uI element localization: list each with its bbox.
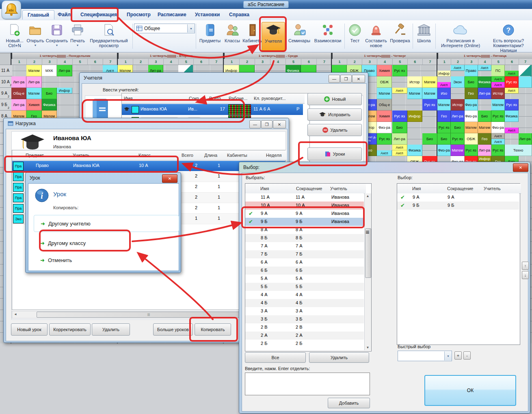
scroll-thumb[interactable]: ≡: [365, 228, 371, 278]
add-button[interactable]: Добавить: [328, 398, 370, 408]
timetable-cell[interactable]: Рус яз: [505, 99, 518, 111]
new-lesson-button[interactable]: Новый урок: [11, 323, 48, 336]
close-button[interactable]: ✕: [162, 174, 177, 183]
class-entry-input[interactable]: [245, 373, 370, 395]
column-header[interactable]: Длина: [202, 150, 227, 160]
copy-lesson-button[interactable]: Копировать: [195, 323, 231, 336]
teachers-dialog-titlebar[interactable]: Учителя: [80, 73, 368, 83]
subjects-button[interactable]: Предметы: [198, 22, 222, 43]
column-header[interactable]: Всего: [179, 150, 204, 160]
timetable-cell[interactable]: Матем: [437, 99, 451, 111]
move-down-button[interactable]: ↓: [522, 271, 529, 279]
timetable-cell[interactable]: Инфор: [57, 88, 72, 93]
class-row[interactable]: 5 Б5 Б: [245, 283, 364, 291]
class-row[interactable]: 10 А10 АИванова: [245, 202, 364, 210]
tab-ustanovki[interactable]: Установки: [190, 10, 225, 19]
timetable-cell[interactable]: Матем: [465, 122, 478, 133]
test-button[interactable]: Тест: [347, 22, 363, 43]
column-header[interactable]: Всего: [207, 93, 228, 104]
timetable-cell[interactable]: Истор: [407, 76, 422, 88]
timetable-cell[interactable]: МХК: [42, 65, 57, 76]
tab-file[interactable]: Файл: [53, 10, 76, 19]
class-row[interactable]: 4 А4 А: [245, 291, 364, 299]
lesson-dialog-titlebar[interactable]: Урок: [26, 173, 181, 183]
timetable-cell[interactable]: Общ-е: [11, 88, 26, 99]
maximize-button[interactable]: ❐: [340, 75, 352, 83]
timetable-cell[interactable]: Лит-ра: [57, 65, 72, 76]
close-button[interactable]: ✕: [273, 120, 286, 128]
timetable-cell[interactable]: Физика: [478, 76, 491, 88]
timetable-cell[interactable]: Изо: [437, 88, 451, 99]
relations-button[interactable]: Взаимосвязи: [313, 22, 343, 43]
class-row[interactable]: ✔9 А9 АИванова: [245, 210, 364, 218]
column-header[interactable]: Сокр...: [187, 93, 209, 104]
minimize-button[interactable]: —: [249, 120, 261, 128]
print-button[interactable]: Печать ▼: [68, 22, 87, 48]
timetable-cell[interactable]: Истор: [451, 99, 464, 111]
close-button[interactable]: ✕: [513, 163, 528, 172]
class-row[interactable]: ✔9 Б9 Б: [397, 202, 519, 210]
timetable-cell[interactable]: Англ: [377, 150, 392, 156]
timetable-cell[interactable]: ОБЖ: [465, 133, 478, 145]
timetable-cell[interactable]: Матем: [377, 88, 392, 99]
timetable-cell[interactable]: Физика: [505, 111, 518, 122]
timetable-cell[interactable]: Англ: [491, 76, 505, 82]
row-label[interactable]: 10 А2: [0, 76, 12, 88]
timetable-cell[interactable]: Англ: [491, 133, 505, 139]
timetable-cell[interactable]: Лит-ра: [11, 76, 26, 88]
timetable-cell[interactable]: Физика: [407, 145, 422, 156]
class-row[interactable]: 3 Б3 Б: [245, 315, 364, 323]
timetable-cell[interactable]: Био: [478, 111, 491, 122]
class-row[interactable]: 6 А6 А: [245, 258, 364, 267]
class-row[interactable]: ✔9 А9 А: [397, 193, 519, 202]
timetable-cell[interactable]: Экон: [451, 76, 464, 88]
column-header[interactable]: Учитель: [71, 150, 138, 160]
timetable-cell[interactable]: Англ: [505, 71, 518, 76]
column-header[interactable]: [397, 184, 412, 194]
verify-button[interactable]: Проверка: [388, 22, 412, 43]
column-header[interactable]: Рабоче...: [227, 93, 253, 104]
tab-spravka[interactable]: Справка: [224, 10, 254, 19]
class-row[interactable]: ✔9 Б9 БИванова: [245, 218, 364, 226]
timetable-cell[interactable]: Рус яз: [377, 133, 392, 145]
column-header[interactable]: Сокращение: [294, 184, 330, 194]
timetable-cell[interactable]: Англ: [392, 145, 407, 150]
tab-raspisanie[interactable]: Расписание: [153, 10, 191, 19]
timetable-cell[interactable]: Рус яз: [437, 122, 451, 133]
timetable-cell[interactable]: Матем: [26, 65, 41, 76]
class-row[interactable]: 11 А11 АИванова: [245, 193, 364, 202]
timetable-cell[interactable]: Матем: [407, 88, 422, 99]
timetable-cell[interactable]: Матем: [422, 88, 437, 99]
generate-new-button[interactable]: Составить новое: [363, 22, 389, 48]
timetable-cell[interactable]: Рус яз: [451, 133, 464, 145]
timetable-cell[interactable]: Гео: [478, 133, 491, 145]
timetable-cell[interactable]: Рус яз: [491, 145, 505, 156]
timetable-cell[interactable]: Матем: [451, 145, 464, 156]
class-row[interactable]: 3 А3 А: [245, 307, 364, 315]
timetable-cell[interactable]: Инфор: [407, 111, 422, 122]
teacher-edit-button[interactable]: Исправить: [307, 108, 362, 121]
timetable-cell[interactable]: Физ-ра: [377, 122, 392, 133]
timetable-cell[interactable]: Англ: [505, 128, 518, 133]
teacher-delete-button[interactable]: Удалить: [307, 124, 362, 136]
column-header[interactable]: Имя: [122, 93, 188, 104]
column-header[interactable]: [295, 93, 305, 104]
timetable-cell[interactable]: Био: [42, 88, 57, 99]
row-label[interactable]: 11 А: [0, 65, 12, 76]
timetable-cell[interactable]: Общ-е: [377, 99, 392, 111]
rooms-button[interactable]: Кабинеты: [242, 22, 263, 43]
class-row[interactable]: 7 А7 А: [245, 242, 364, 250]
teacher-new-button[interactable]: Новый: [307, 93, 362, 105]
tab-prosmotr[interactable]: Просмотр: [122, 10, 156, 19]
select-all-button[interactable]: Все: [245, 352, 306, 363]
class-row[interactable]: 8 Б8 Б: [245, 234, 364, 242]
class-row[interactable]: 2 А2 А: [245, 332, 364, 340]
timetable-cell[interactable]: Лит-ра: [519, 133, 532, 145]
combo-dropdown-button[interactable]: ▼: [187, 24, 195, 33]
timetable-cell[interactable]: Матем: [26, 88, 41, 99]
selection-delete-button[interactable]: Удалить: [309, 352, 369, 363]
classes-button[interactable]: Классы: [223, 22, 242, 43]
timetable-cell[interactable]: Био: [392, 122, 407, 133]
timetable-cell[interactable]: Рус яз: [422, 99, 437, 111]
timetable-cell[interactable]: Англ: [437, 82, 451, 88]
